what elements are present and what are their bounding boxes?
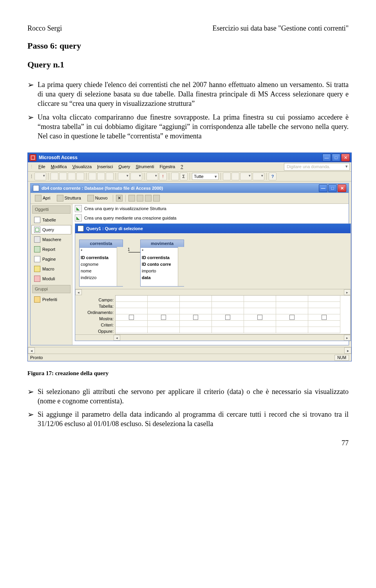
maximize-button[interactable]: □ <box>332 154 340 162</box>
show-checkbox[interactable] <box>161 315 166 320</box>
sidebar-item-moduli[interactable]: Moduli <box>31 274 71 283</box>
create-query-wizard-row[interactable]: Crea una query mediante una creazione gu… <box>72 213 349 223</box>
sidebar-item-label: Macro <box>42 266 54 272</box>
table-correntista[interactable]: correntista * ID correntista cognome nom… <box>79 240 123 287</box>
separator <box>113 195 113 202</box>
bullet-4-text: Si aggiunge il parametro della data indi… <box>38 410 349 429</box>
show-checkbox[interactable] <box>225 315 230 320</box>
database-toolbar: Apri Struttura Nuovo ✕ <box>31 193 349 204</box>
open-icon <box>35 195 42 201</box>
help-icon[interactable]: ? <box>269 172 277 180</box>
sidebar-item-preferiti[interactable]: Preferiti <box>31 295 71 304</box>
showtable-icon[interactable] <box>171 172 179 180</box>
sidebar-item-tabelle[interactable]: Tabelle <box>31 215 71 225</box>
preview-icon[interactable] <box>68 172 76 180</box>
copy-icon[interactable] <box>97 172 105 180</box>
status-bar: Pronto NUM <box>28 354 351 361</box>
db-close-button[interactable]: ✕ <box>338 184 346 192</box>
newobj-icon[interactable] <box>253 172 264 180</box>
qbe-label-oppure: Oppure: <box>75 328 114 334</box>
top-values-combo[interactable]: Tutte <box>192 173 219 180</box>
props-icon[interactable] <box>223 172 231 180</box>
field[interactable]: * <box>141 248 184 254</box>
menu-help[interactable]: ? <box>181 164 183 170</box>
delete-icon[interactable]: ✕ <box>116 195 123 201</box>
menu-file[interactable]: File <box>38 164 45 170</box>
details-icon[interactable] <box>153 195 160 201</box>
query-tables-canvas[interactable]: correntista * ID correntista cognome nom… <box>75 233 351 289</box>
canvas-hscrollbar[interactable]: ◂ ▸ <box>75 289 351 295</box>
create-query-design-row[interactable]: Crea una query in visualizzazione Strutt… <box>72 204 349 213</box>
large-icons-icon[interactable] <box>128 195 135 201</box>
field[interactable]: * <box>80 248 123 254</box>
save-icon[interactable] <box>51 172 58 180</box>
scroll-left-icon[interactable]: ◂ <box>114 335 120 341</box>
menu-inserisci[interactable]: Inserisci <box>97 164 113 170</box>
show-checkbox[interactable] <box>257 315 262 320</box>
table-movimenta[interactable]: movimenta * ID correntista ID conto corr… <box>140 240 184 287</box>
bullet-3-text: Si selezionano gli attributi che servono… <box>38 387 349 406</box>
bullet-arrow-icon: ➢ <box>27 113 38 141</box>
field[interactable]: indirizzo <box>80 274 123 281</box>
view-button[interactable] <box>34 172 46 180</box>
doc-title: Esercizio sui data base "Gestione conti … <box>212 24 349 33</box>
outer-hscrollbar[interactable]: ◂ ▸ <box>28 347 351 354</box>
menu-strumenti[interactable]: Strumenti <box>136 164 154 170</box>
db-new-button[interactable]: Nuovo <box>85 194 110 202</box>
qbe-label-mostra: Mostra: <box>75 316 114 322</box>
field[interactable]: cognome <box>80 261 123 268</box>
show-checkbox[interactable] <box>193 315 198 320</box>
qbe-hscrollbar[interactable]: ◂ ▸ <box>75 334 351 341</box>
ask-question-box[interactable]: Digitare una domanda. <box>284 163 350 171</box>
sidebar-item-maschere[interactable]: Maschere <box>31 235 71 244</box>
db-minimize-button[interactable]: — <box>319 184 327 192</box>
table-correntista-header: correntista <box>80 240 123 248</box>
field[interactable]: data <box>141 274 184 281</box>
menu-finestra[interactable]: Finestra <box>159 164 175 170</box>
field[interactable]: ID correntista <box>141 254 184 261</box>
scroll-right-icon[interactable]: ▸ <box>344 347 351 354</box>
field[interactable]: ID correntista <box>80 254 123 261</box>
dbwin-icon[interactable] <box>240 172 252 180</box>
list-icon[interactable] <box>145 195 152 201</box>
show-checkbox[interactable] <box>129 315 134 320</box>
cut-icon[interactable] <box>89 172 96 180</box>
minimize-button[interactable]: — <box>322 154 331 162</box>
small-icons-icon[interactable] <box>137 195 143 201</box>
bullet-3: ➢ Si selezionano gli attributi che servo… <box>27 387 349 406</box>
sidebar-item-pagine[interactable]: Pagine <box>31 254 71 264</box>
paste-icon[interactable] <box>106 172 114 180</box>
querytype-icon[interactable] <box>146 172 158 180</box>
db-design-button[interactable]: Struttura <box>54 194 83 202</box>
totals-icon[interactable]: Σ <box>180 172 188 180</box>
field[interactable]: ID conto corre <box>141 261 184 268</box>
qbe-cells[interactable] <box>115 295 351 334</box>
scroll-left-icon[interactable]: ◂ <box>28 347 35 354</box>
db-maximize-button[interactable]: □ <box>328 184 337 192</box>
db-open-button[interactable]: Apri <box>33 194 53 202</box>
vertical-scrollbar[interactable] <box>178 247 184 286</box>
close-button[interactable]: ✕ <box>341 154 350 162</box>
spellcheck-icon[interactable] <box>76 172 84 180</box>
bullet-4: ➢ Si aggiunge il parametro della data in… <box>27 410 349 429</box>
scroll-left-icon[interactable]: ◂ <box>75 289 82 295</box>
redo-icon[interactable] <box>130 172 142 180</box>
sidebar-item-query[interactable]: Query <box>31 225 71 234</box>
vertical-scrollbar[interactable] <box>117 247 123 286</box>
menu-query[interactable]: Query <box>118 164 130 170</box>
print-icon[interactable] <box>59 172 67 180</box>
menu-visualizza[interactable]: Visualizza <box>72 164 92 170</box>
show-checkbox[interactable] <box>289 315 295 320</box>
undo-icon[interactable] <box>118 172 130 180</box>
field[interactable]: importo <box>141 268 184 274</box>
menu-modifica[interactable]: Modifica <box>51 164 67 170</box>
scroll-right-icon[interactable]: ▸ <box>344 289 351 295</box>
run-icon[interactable]: ! <box>159 172 167 180</box>
show-checkbox[interactable] <box>322 315 327 320</box>
sidebar-item-report[interactable]: Report <box>31 245 71 254</box>
page-icon <box>34 256 40 262</box>
field[interactable]: nome <box>80 268 123 274</box>
sidebar-item-macro[interactable]: Macro <box>31 264 71 274</box>
build-icon[interactable] <box>231 172 239 180</box>
scroll-right-icon[interactable]: ▸ <box>344 335 351 341</box>
